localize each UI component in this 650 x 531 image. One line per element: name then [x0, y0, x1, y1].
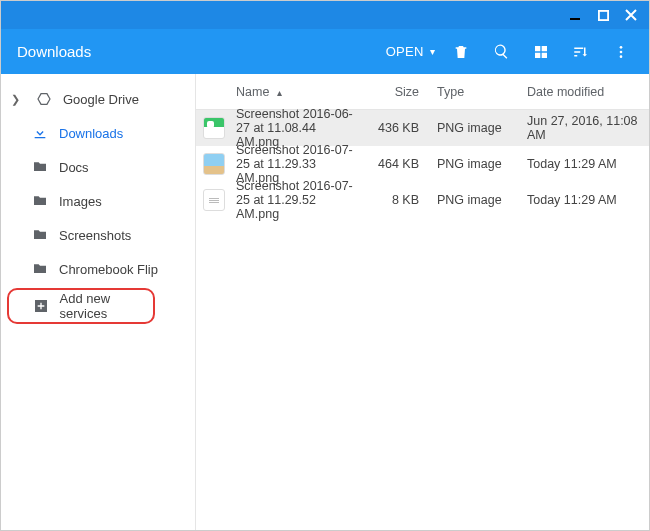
sidebar-item-add-new-services[interactable]: Add new services: [9, 290, 153, 322]
file-size: 436 KB: [361, 121, 429, 135]
folder-icon: [31, 158, 49, 176]
sidebar-item-label: Docs: [59, 160, 89, 175]
folder-icon: [31, 260, 49, 278]
file-list: Name ▴ Size Type Date modified Screensho…: [196, 74, 649, 531]
column-header-name[interactable]: Name ▴: [196, 85, 361, 99]
svg-point-2: [620, 46, 623, 49]
maximize-button[interactable]: [589, 1, 617, 29]
sidebar-item-label: Add new services: [60, 291, 153, 321]
sidebar-item-downloads[interactable]: Downloads: [1, 116, 195, 150]
page-title: Downloads: [17, 43, 91, 60]
file-date: Jun 27, 2016, 11:08 AM: [519, 114, 649, 142]
close-button[interactable]: [617, 1, 645, 29]
view-toggle-button[interactable]: [521, 29, 561, 74]
sidebar: ❯ Google Drive Downloads Docs Images: [1, 74, 196, 531]
svg-rect-1: [598, 10, 607, 19]
file-date: Today 11:29 AM: [519, 157, 649, 171]
minimize-button[interactable]: [561, 1, 589, 29]
file-row[interactable]: Screenshot 2016-07-25 at 11.29.33 AM.png…: [196, 146, 649, 182]
file-name: Screenshot 2016-07-25 at 11.29.52 AM.png: [232, 179, 361, 221]
annotation-highlight: Add new services: [7, 288, 155, 324]
file-size: 8 KB: [361, 193, 429, 207]
column-headers: Name ▴ Size Type Date modified: [196, 74, 649, 110]
more-vert-icon: [613, 44, 629, 60]
file-type: PNG image: [429, 193, 519, 207]
open-button[interactable]: OPEN ▾: [380, 34, 441, 70]
sidebar-item-docs[interactable]: Docs: [1, 150, 195, 184]
svg-rect-0: [570, 18, 580, 20]
sidebar-item-label: Google Drive: [63, 92, 139, 107]
chevron-right-icon: ❯: [11, 93, 23, 106]
column-header-date[interactable]: Date modified: [519, 85, 649, 99]
file-type: PNG image: [429, 157, 519, 171]
chevron-down-icon: ▾: [430, 46, 435, 57]
download-icon: [31, 124, 49, 142]
column-header-size[interactable]: Size: [361, 85, 429, 99]
file-size: 464 KB: [361, 157, 429, 171]
file-thumbnail-icon: [203, 153, 225, 175]
open-button-label: OPEN: [386, 44, 424, 59]
sort-asc-icon: ▴: [277, 87, 282, 98]
file-date: Today 11:29 AM: [519, 193, 649, 207]
grid-icon: [533, 44, 549, 60]
file-thumbnail-icon: [203, 117, 225, 139]
sort-button[interactable]: [561, 29, 601, 74]
search-icon: [493, 43, 510, 60]
file-row[interactable]: Screenshot 2016-07-25 at 11.29.52 AM.png…: [196, 182, 649, 218]
more-button[interactable]: [601, 29, 641, 74]
folder-icon: [31, 226, 49, 244]
delete-button[interactable]: [441, 29, 481, 74]
folder-icon: [31, 192, 49, 210]
file-row[interactable]: Screenshot 2016-06-27 at 11.08.44 AM.png…: [196, 110, 649, 146]
sidebar-item-label: Chromebook Flip: [59, 262, 158, 277]
sidebar-item-images[interactable]: Images: [1, 184, 195, 218]
file-type: PNG image: [429, 121, 519, 135]
google-drive-icon: [35, 90, 53, 108]
add-box-icon: [33, 297, 50, 315]
svg-point-4: [620, 55, 623, 58]
content-area: ❯ Google Drive Downloads Docs Images: [1, 74, 649, 531]
sidebar-item-label: Screenshots: [59, 228, 131, 243]
sidebar-item-chromebook-flip[interactable]: Chromebook Flip: [1, 252, 195, 286]
toolbar: Downloads OPEN ▾: [1, 29, 649, 74]
sidebar-item-label: Images: [59, 194, 102, 209]
sort-az-icon: [572, 43, 590, 61]
trash-icon: [453, 44, 469, 60]
column-header-type[interactable]: Type: [429, 85, 519, 99]
search-button[interactable]: [481, 29, 521, 74]
sidebar-item-screenshots[interactable]: Screenshots: [1, 218, 195, 252]
window-titlebar: [1, 1, 649, 29]
file-thumbnail-icon: [203, 189, 225, 211]
sidebar-item-google-drive[interactable]: ❯ Google Drive: [1, 82, 195, 116]
svg-point-3: [620, 50, 623, 53]
sidebar-item-label: Downloads: [59, 126, 123, 141]
